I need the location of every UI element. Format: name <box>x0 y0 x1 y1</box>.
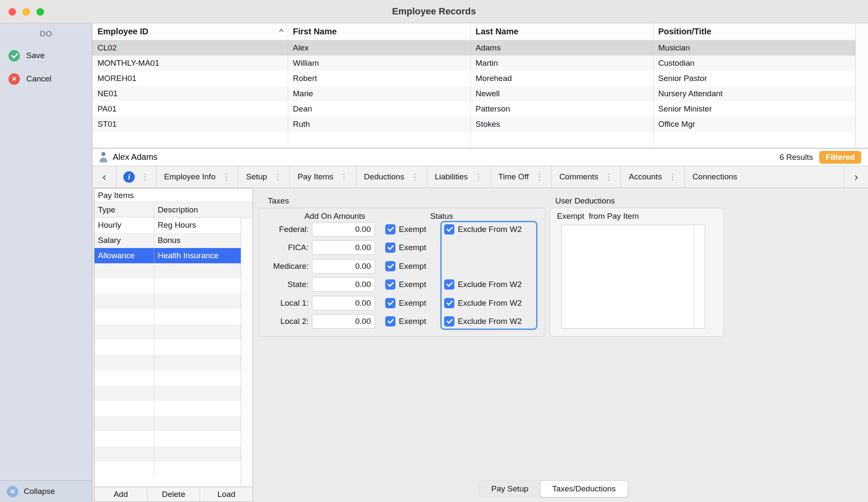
column-header-last-name[interactable]: Last Name <box>470 27 653 36</box>
tax-amount-input[interactable] <box>312 259 375 273</box>
exempt-checkbox[interactable] <box>385 316 395 326</box>
tab-menu-icon[interactable]: ⋮ <box>474 172 483 182</box>
exempt-pay-item-list-scrollbar[interactable] <box>694 225 705 328</box>
exclude-w2-checkbox[interactable] <box>444 316 454 326</box>
employee-cell: Custodian <box>653 59 868 68</box>
tab-menu-icon[interactable]: ⋮ <box>340 172 348 182</box>
tab-employee-info[interactable]: Employee Info⋮ <box>156 166 238 187</box>
pay-item-description: Bonus <box>154 233 241 248</box>
pay-item-row[interactable]: AllowanceHealth Insurance <box>95 248 241 263</box>
exempt-checkbox[interactable] <box>385 261 395 271</box>
bottom-tab-pay-setup[interactable]: Pay Setup <box>479 481 540 497</box>
pay-item-empty-row[interactable] <box>95 385 241 401</box>
delete-button[interactable]: Delete <box>147 487 200 502</box>
pay-item-empty-row[interactable] <box>95 309 241 324</box>
tax-amount-input[interactable] <box>312 277 375 292</box>
pay-item-empty-row[interactable] <box>95 340 241 355</box>
collapse-sidebar-button[interactable]: « Collapse <box>0 480 92 502</box>
pay-item-empty-row[interactable] <box>95 294 241 309</box>
tab-setup[interactable]: Setup⋮ <box>238 166 290 187</box>
tab-liabilities[interactable]: Liabilities⋮ <box>427 166 491 187</box>
tab-menu-icon[interactable]: ⋮ <box>273 172 282 182</box>
tab-info[interactable]: i ⋮ <box>117 166 156 187</box>
pay-item-empty-row[interactable] <box>95 431 241 446</box>
column-header-first-name[interactable]: First Name <box>288 27 470 36</box>
exclude-w2-field: Exclude From W2 <box>444 298 522 308</box>
pay-item-type <box>95 370 154 385</box>
user-deductions-group: Exempt from Pay Item <box>550 208 724 337</box>
employee-row[interactable]: PA01DeanPattersonSenior Minister <box>92 101 868 117</box>
save-button[interactable]: Save <box>0 47 92 64</box>
employee-row[interactable]: ST01RuthStokesOffice Mgr <box>92 117 868 132</box>
column-header-description[interactable]: Description <box>154 202 253 217</box>
pay-item-description <box>154 309 241 324</box>
tab-menu-icon[interactable]: ⋮ <box>222 172 230 182</box>
pay-item-empty-row[interactable] <box>95 416 241 431</box>
pay-item-empty-row[interactable] <box>95 370 241 385</box>
employee-row[interactable]: MONTHLY-MA01WilliamMartinCustodian <box>92 56 868 71</box>
employee-table-header: Employee ID ^ First Name Last Name Posit… <box>92 23 868 40</box>
tab-deductions[interactable]: Deductions⋮ <box>356 166 427 187</box>
pay-item-type <box>95 279 154 294</box>
exclude-w2-checkbox[interactable] <box>444 298 454 308</box>
pay-item-row[interactable]: SalaryBonus <box>95 233 241 248</box>
pay-item-empty-row[interactable] <box>95 401 241 416</box>
tax-row: Local 1:ExemptExclude From W2 <box>259 294 545 312</box>
tab-time-off[interactable]: Time Off⋮ <box>491 166 552 187</box>
column-header-type[interactable]: Type <box>95 202 154 217</box>
tax-amount-input[interactable] <box>312 296 375 310</box>
exempt-field: Exempt <box>385 279 444 290</box>
minimize-window-button[interactable] <box>22 8 30 16</box>
employee-row[interactable]: MOREH01RobertMoreheadSenior Pastor <box>92 71 868 86</box>
column-header-position-title[interactable]: Position/Title <box>653 27 868 36</box>
tab-scroll-left[interactable]: ‹ <box>92 166 117 187</box>
exempt-checkbox[interactable] <box>385 224 395 234</box>
tab-pay-items[interactable]: Pay Items⋮ <box>290 166 356 187</box>
exempt-pay-item-list[interactable] <box>561 225 705 329</box>
pay-item-row[interactable]: HourlyReg Hours <box>95 218 241 233</box>
pay-item-empty-row[interactable] <box>95 279 241 294</box>
exclude-w2-checkbox[interactable] <box>444 224 454 234</box>
column-header-label: Employee ID <box>97 27 148 36</box>
tab-connections[interactable]: Connections <box>685 166 844 187</box>
tax-row-label: FICA: <box>259 243 309 252</box>
exempt-checkbox[interactable] <box>385 279 395 290</box>
load-button[interactable]: Load <box>200 487 253 502</box>
pay-item-empty-row[interactable] <box>95 324 241 340</box>
tab-comments[interactable]: Comments⋮ <box>552 166 621 187</box>
pay-item-empty-row[interactable] <box>95 462 241 477</box>
close-window-button[interactable] <box>8 8 16 16</box>
cancel-button[interactable]: × Cancel <box>0 70 92 88</box>
employee-table-scrollbar[interactable] <box>855 23 868 148</box>
tab-menu-icon[interactable]: ⋮ <box>668 172 677 182</box>
zoom-window-button[interactable] <box>36 8 44 16</box>
pay-item-empty-row[interactable] <box>95 263 241 279</box>
tab-menu-icon[interactable]: ⋮ <box>141 172 149 182</box>
exempt-checkbox[interactable] <box>385 298 395 308</box>
tab-menu-icon[interactable]: ⋮ <box>411 172 419 182</box>
column-header-employee-id[interactable]: Employee ID ^ <box>92 26 288 37</box>
pay-item-description <box>154 385 241 401</box>
exempt-checkbox[interactable] <box>385 243 395 253</box>
exclude-w2-checkbox[interactable] <box>444 279 454 290</box>
tab-accounts[interactable]: Accounts⋮ <box>621 166 684 187</box>
pay-item-empty-row[interactable] <box>95 446 241 462</box>
bottom-tab-taxes-deductions[interactable]: Taxes/Deductions <box>540 480 628 497</box>
tab-menu-icon[interactable]: ⋮ <box>604 172 613 182</box>
pay-items-scrollbar[interactable] <box>241 218 253 487</box>
pay-item-type <box>95 355 154 370</box>
tax-amount-input[interactable] <box>312 222 375 237</box>
employee-row[interactable]: NE01MarieNewellNursery Attendant <box>92 86 868 101</box>
tax-amount-input[interactable] <box>312 314 375 329</box>
filtered-badge[interactable]: Filtered <box>819 151 861 164</box>
tab-scroll-right[interactable]: › <box>844 166 868 187</box>
tab-label: Liabilities <box>435 172 468 181</box>
pay-item-empty-row[interactable] <box>95 355 241 370</box>
add-button[interactable]: Add <box>95 487 147 502</box>
tab-menu-icon[interactable]: ⋮ <box>535 172 544 182</box>
pay-item-type <box>95 446 154 462</box>
exclude-w2-label: Exclude From W2 <box>458 298 522 308</box>
tax-amount-input[interactable] <box>312 240 375 255</box>
employee-row[interactable]: CL02AlexAdamsMusician <box>92 40 868 56</box>
tax-row-label: State: <box>259 280 309 289</box>
